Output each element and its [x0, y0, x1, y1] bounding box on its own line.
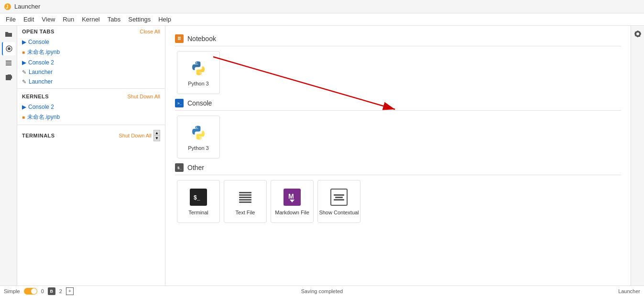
terminal-card-icon: $_ [189, 188, 208, 207]
ctx-line-1 [334, 194, 344, 196]
left-panel: OPEN TABS Close All ▶ Console ■ 未命名.ipyn… [17, 26, 165, 285]
add-icon-button[interactable]: + [66, 287, 74, 295]
console-divider [175, 110, 621, 111]
contextual-card[interactable]: Show Contextual [317, 180, 360, 223]
status-bar: Simple 0 B 2 + Saving completed Launcher [0, 285, 644, 296]
menu-help[interactable]: Help [154, 15, 175, 24]
svg-rect-6 [6, 64, 11, 65]
svg-text:J: J [6, 4, 9, 10]
textfile-card[interactable]: Text File [224, 180, 267, 223]
ctx-line-2 [335, 197, 343, 198]
sidebar-folder-btn[interactable] [2, 28, 15, 41]
open-tabs-header: OPEN TABS Close All [17, 26, 165, 37]
markdown-card-label: Markdown File [275, 210, 309, 215]
tab-ipynb[interactable]: ■ 未命名.ipynb [17, 47, 165, 58]
title-bar: J Launcher [0, 0, 644, 13]
settings-gear-button[interactable] [633, 29, 643, 39]
tab-console[interactable]: ▶ Console [17, 37, 165, 47]
tab-console2[interactable]: ▶ Console 2 [17, 58, 165, 67]
markdown-card-icon: M [283, 188, 302, 207]
console2-icon: ▶ [22, 60, 26, 66]
console-python3-card[interactable]: Python 3 [177, 116, 220, 159]
kernel-ipynb-icon: ■ [22, 115, 25, 120]
svg-text:M: M [288, 192, 294, 200]
launcher2-icon: ✎ [22, 79, 26, 85]
notebook-cards: Python 3 [175, 51, 621, 94]
kernel-ipynb-label: 未命名.ipynb [27, 113, 60, 121]
menu-settings[interactable]: Settings [124, 15, 154, 24]
menu-kernel[interactable]: Kernel [78, 15, 104, 24]
menu-bar: File Edit View Run Kernel Tabs Settings … [0, 13, 644, 26]
svg-point-3 [8, 47, 11, 50]
other-cards: $_ Terminal Text F [175, 180, 621, 223]
notebook-python3-label: Python 3 [188, 81, 208, 86]
tab-launcher1-label: Launcher [29, 69, 53, 75]
menu-file[interactable]: File [2, 15, 20, 24]
menu-view[interactable]: View [38, 15, 59, 24]
console-section-icon: >_ [175, 99, 184, 107]
terminals-shutdown-button[interactable]: Shut Down All [119, 133, 152, 138]
tab-ipynb-label: 未命名.ipynb [27, 48, 60, 56]
console-section-header: >_ Console [175, 99, 621, 107]
right-icons-panel [631, 26, 644, 285]
open-tabs-title: OPEN TABS [22, 29, 55, 34]
tab-launcher2-label: Launcher [29, 78, 53, 85]
other-title: Other [187, 164, 204, 171]
terminals-title: TERMINALS [22, 133, 55, 138]
tab-console-label: Console [28, 39, 49, 45]
notebook-python3-card[interactable]: Python 3 [177, 51, 220, 94]
text-line-4 [239, 199, 251, 201]
svg-rect-12 [178, 39, 181, 40]
tab-launcher2[interactable]: ✎ Launcher [17, 77, 165, 86]
sidebar-icons [0, 26, 17, 285]
kernels-header: KERNELS Shut Down All [17, 91, 165, 102]
scroll-up-arrow[interactable]: ▲ [153, 130, 160, 136]
terminal-card-label: Terminal [188, 210, 208, 215]
tab-launcher1[interactable]: ✎ Launcher [17, 67, 165, 77]
terminal-card[interactable]: $_ Terminal [177, 180, 220, 223]
two-count: 2 [59, 288, 62, 294]
ipynb-icon: ■ [22, 50, 25, 55]
kernel-ipynb[interactable]: ■ 未命名.ipynb [17, 112, 165, 123]
markdown-card[interactable]: M Markdown File [271, 180, 314, 223]
app-icon: J [4, 3, 11, 11]
kernels-shutdown-button[interactable]: Shut Down All [128, 94, 160, 99]
kernel-console2[interactable]: ▶ Console 2 [17, 102, 165, 112]
text-line-5 [239, 201, 251, 203]
simple-label: Simple [4, 288, 20, 294]
menu-edit[interactable]: Edit [20, 15, 38, 24]
simple-toggle[interactable] [24, 288, 37, 295]
main-content: Notebook [165, 26, 631, 285]
menu-run[interactable]: Run [59, 15, 78, 24]
toggle-knob [31, 288, 37, 294]
kernels-title: KERNELS [22, 94, 49, 99]
text-line-3 [239, 197, 251, 198]
menu-tabs[interactable]: Tabs [104, 15, 124, 24]
markdown-icon: M [284, 189, 301, 206]
textfile-icon [237, 189, 254, 206]
tab-console2-label: Console 2 [28, 59, 54, 66]
other-divider [175, 175, 621, 175]
divider-1 [17, 88, 165, 89]
ctx-line-3 [334, 199, 344, 201]
scroll-down-arrow[interactable]: ▼ [153, 136, 160, 141]
status-badge-b: B [48, 287, 55, 295]
console-python3-icon [189, 123, 208, 142]
svg-rect-10 [178, 37, 181, 38]
divider-2 [17, 125, 165, 125]
notebook-title: Notebook [187, 35, 216, 42]
app-title: Launcher [14, 3, 40, 10]
notebook-divider [175, 46, 621, 46]
zero-count: 0 [41, 288, 44, 294]
console-cards: Python 3 [175, 116, 621, 159]
sidebar-circle-btn[interactable] [2, 42, 15, 55]
text-line-1 [239, 192, 251, 193]
sidebar-list-btn[interactable] [2, 56, 15, 70]
notebook-section-header: Notebook [175, 34, 621, 43]
close-all-button[interactable]: Close All [140, 29, 160, 34]
text-line-2 [239, 194, 251, 196]
svg-rect-11 [178, 38, 181, 39]
sidebar-puzzle-btn[interactable] [2, 71, 15, 84]
svg-rect-5 [6, 63, 11, 63]
notebook-python3-icon [189, 59, 208, 78]
